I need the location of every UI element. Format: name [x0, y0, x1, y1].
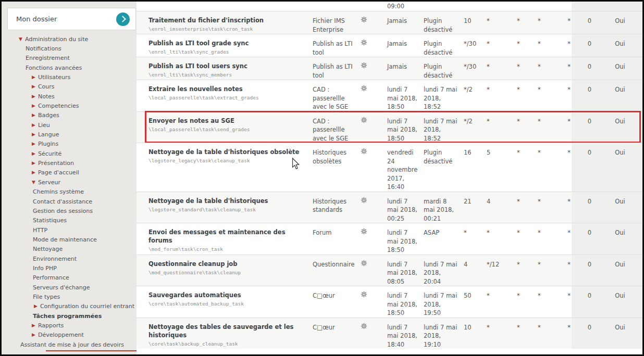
sidebar-item-contact-d-assistance[interactable]: Contact d'assistance: [2, 197, 137, 206]
gear-icon[interactable]: [361, 197, 367, 206]
task-default: Oui: [598, 192, 642, 223]
sidebar-item-nettoyage[interactable]: Nettoyage: [2, 245, 137, 254]
task-minute: 50: [463, 286, 486, 317]
gear-icon[interactable]: [361, 39, 367, 48]
sidebar-item-serveurs-d-change[interactable]: Serveurs d'échange: [2, 283, 137, 292]
chevron-right-icon[interactable]: [116, 12, 130, 26]
triangle-right-icon[interactable]: ▶: [32, 161, 35, 166]
sidebar-item-file-types[interactable]: File types: [2, 292, 137, 301]
sidebar-item-info-php[interactable]: Info PHP: [2, 263, 137, 273]
my-folder-card: Mon dossier: [7, 8, 136, 30]
task-month: *: [557, 112, 572, 143]
task-name-cell: Nettoyage de la table d'historiques \log…: [148, 192, 313, 223]
sidebar-item-environnement[interactable]: Environnement: [2, 254, 137, 263]
sidebar-item-notes[interactable]: ▶Notes: [2, 92, 137, 101]
task-day: *: [516, 223, 537, 255]
task-name-cell: Nettoyage de la table d'historiques obso…: [148, 143, 313, 192]
task-component: Fichier IMS Enterprise: [313, 11, 358, 34]
task-day: *: [516, 11, 537, 34]
sidebar-item-serveur[interactable]: ▼Serveur: [2, 177, 137, 187]
task-dayofweek: *: [537, 11, 557, 34]
triangle-right-icon[interactable]: ▶: [32, 75, 35, 80]
triangle-right-icon[interactable]: ▶: [34, 304, 38, 309]
sidebar-item-enregistrement[interactable]: Enregistrement: [2, 54, 137, 63]
sidebar-item-label: Plugins: [38, 141, 58, 147]
edit-cell: [358, 80, 387, 111]
sidebar-item-administration-du-site[interactable]: ▼Administration du site: [2, 34, 137, 44]
sidebar-item-badges[interactable]: ▶Badges: [2, 111, 137, 120]
sidebar-item-t-ches-programm-es[interactable]: Tâches programmées: [2, 311, 137, 321]
sidebar-item-cours[interactable]: ▶Cours: [2, 82, 137, 92]
sidebar-item-fonctions-avanc-es[interactable]: Fonctions avancées: [2, 63, 137, 72]
edit-cell: [358, 112, 387, 143]
gear-icon[interactable]: [361, 260, 367, 269]
triangle-right-icon[interactable]: ▶: [32, 123, 35, 128]
gear-icon[interactable]: [361, 291, 367, 300]
task-default: Oui: [598, 318, 642, 349]
sidebar-item-assistant-de-mise-jour-des-devoirs[interactable]: Assistant de mise à jour des devoirs: [2, 340, 137, 349]
task-last-run: 09:00: [387, 2, 424, 11]
sidebar-item-langue[interactable]: ▶Langue: [2, 130, 137, 139]
triangle-right-icon[interactable]: ▶: [32, 170, 35, 175]
triangle-right-icon[interactable]: ▶: [32, 84, 35, 89]
sidebar-item-statistiques[interactable]: Statistiques: [2, 216, 137, 225]
triangle-right-icon[interactable]: ▶: [32, 142, 35, 146]
triangle-right-icon[interactable]: ▶: [32, 151, 35, 156]
task-minute: */30: [463, 57, 486, 80]
task-hour: *: [486, 11, 516, 34]
task-name: Traitement du fichier d'inscription: [148, 16, 306, 24]
task-minute: */2: [463, 80, 486, 111]
triangle-right-icon[interactable]: ▶: [32, 132, 35, 137]
my-folder-title: Mon dossier: [16, 15, 57, 23]
task-name-cell: Sauvegardes automatiques \core\task\auto…: [148, 286, 313, 317]
gear-icon[interactable]: [361, 117, 367, 126]
sidebar-item-performance[interactable]: Performance: [2, 273, 137, 283]
gear-icon[interactable]: [361, 323, 367, 332]
task-default: Oui: [598, 80, 642, 111]
task-faildelay: 0: [572, 143, 598, 192]
triangle-right-icon[interactable]: ▶: [32, 113, 35, 118]
triangle-right-icon[interactable]: ▶: [32, 323, 35, 328]
task-last-run: Jamais: [387, 11, 424, 34]
sidebar-item-lieu[interactable]: ▶Lieu: [2, 120, 137, 130]
triangle-right-icon[interactable]: ▶: [32, 94, 35, 99]
sidebar-item-label: Présentation: [38, 160, 74, 167]
task-name-cell: Nettoyage des tables de sauvegarde et le…: [148, 318, 313, 349]
sidebar-item-chemins-syst-me[interactable]: Chemins système: [2, 187, 137, 197]
sidebar-item-label: Statistiques: [33, 217, 67, 224]
sidebar-item-http[interactable]: HTTP: [2, 225, 137, 235]
task-last-run: lundi 7 mai 2018, 08:05: [387, 255, 424, 286]
triangle-down-icon[interactable]: ▼: [19, 37, 22, 42]
sidebar-item-mode-de-maintenance[interactable]: Mode de maintenance: [2, 235, 137, 244]
sidebar-item-notifications[interactable]: Notifications: [2, 44, 137, 53]
sidebar-item-s-curit[interactable]: ▶Sécurité: [2, 149, 137, 158]
sidebar-item-plugins[interactable]: ▶Plugins: [2, 139, 137, 149]
triangle-right-icon[interactable]: ▶: [32, 333, 35, 337]
sidebar-item-rapports[interactable]: ▶Rapports: [2, 321, 137, 330]
edit-cell: [358, 11, 387, 34]
task-dayofweek: [537, 2, 557, 11]
sidebar-item-page-d-accueil[interactable]: ▶Page d'accueil: [2, 168, 137, 177]
gear-icon[interactable]: [361, 85, 367, 94]
table-row: Envoi des messages et maintenance des fo…: [137, 223, 642, 255]
task-day: *: [516, 286, 537, 317]
task-component: [313, 2, 358, 11]
scheduled-tasks-table: 09:00 Traitement du fichier d'inscriptio…: [137, 2, 642, 349]
triangle-right-icon[interactable]: ▶: [32, 104, 35, 108]
sidebar-item-utilisateurs[interactable]: ▶Utilisateurs: [2, 72, 137, 82]
sidebar-item-d-veloppement[interactable]: ▶Développement: [2, 330, 137, 340]
sidebar-item-label: Rapports: [38, 322, 64, 329]
main-content: 09:00 Traitement du fichier d'inscriptio…: [137, 2, 642, 354]
gear-icon[interactable]: [361, 16, 367, 26]
task-next-run: lundi 7 mai 2018, 19:10: [424, 318, 463, 349]
sidebar-item-configuration-du-courriel-entrant[interactable]: ▶Configuration du courriel entrant: [2, 302, 137, 311]
gear-icon[interactable]: [361, 228, 367, 237]
sidebar-item-competencies[interactable]: ▶Competencies: [2, 101, 137, 110]
task-next-run: ASAP: [424, 223, 463, 255]
sidebar-item-gestion-des-sessions[interactable]: Gestion des sessions: [2, 206, 137, 215]
gear-icon[interactable]: [361, 148, 367, 157]
gear-icon[interactable]: [361, 62, 367, 71]
task-component: Questionnaire: [313, 255, 358, 286]
sidebar-item-pr-sentation[interactable]: ▶Présentation: [2, 158, 137, 168]
triangle-down-icon[interactable]: ▼: [32, 180, 35, 185]
